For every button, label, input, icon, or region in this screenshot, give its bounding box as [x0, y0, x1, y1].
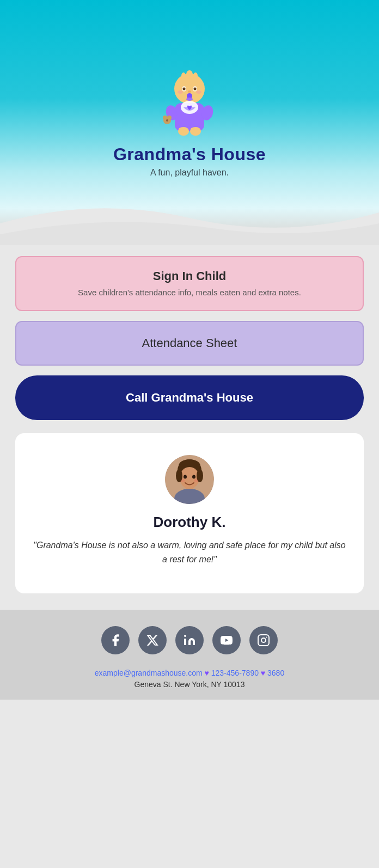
- youtube-icon[interactable]: [212, 626, 241, 654]
- sign-in-button[interactable]: Sign In Child Save children's attendance…: [15, 256, 364, 311]
- linkedin-icon[interactable]: [175, 626, 204, 654]
- call-label: Call Grandma's House: [26, 391, 353, 405]
- svg-point-40: [184, 635, 186, 637]
- svg-point-31: [180, 467, 199, 489]
- svg-point-32: [184, 475, 187, 479]
- hero-title: Grandma's House: [113, 144, 266, 165]
- svg-point-43: [261, 638, 266, 642]
- svg-rect-42: [258, 635, 269, 646]
- svg-point-2: [181, 72, 186, 79]
- svg-point-18: [163, 116, 167, 120]
- footer-email[interactable]: example@grandmashouse.com: [95, 669, 203, 677]
- twitter-x-icon[interactable]: [138, 626, 167, 654]
- attendance-button[interactable]: Attendance Sheet: [15, 321, 364, 366]
- footer: example@grandmashouse.com ♥ 123-456-7890…: [0, 610, 379, 700]
- testimonial-name: Dorothy K.: [32, 514, 347, 531]
- svg-point-25: [179, 130, 181, 132]
- sign-in-desc: Save children's attendance info, meals e…: [27, 287, 352, 298]
- testimonial-avatar: [165, 455, 214, 504]
- footer-zip: 3680: [267, 669, 284, 677]
- svg-point-8: [178, 90, 183, 94]
- testimonial-card: Dorothy K. "Grandma's House is not also …: [15, 433, 364, 593]
- svg-point-44: [266, 637, 267, 638]
- svg-point-38: [176, 469, 182, 482]
- svg-point-19: [167, 116, 172, 120]
- svg-point-3: [193, 72, 198, 79]
- call-button[interactable]: Call Grandma's House: [15, 375, 364, 420]
- attendance-label: Attendance Sheet: [27, 336, 352, 350]
- svg-point-39: [197, 469, 203, 482]
- svg-point-10: [188, 90, 191, 93]
- hero-section: Grandma's House A fun, playful haven.: [0, 0, 379, 245]
- svg-point-1: [186, 70, 193, 79]
- svg-point-27: [191, 130, 193, 132]
- svg-point-6: [183, 87, 186, 90]
- social-icons: [11, 626, 368, 654]
- svg-point-7: [194, 87, 197, 90]
- facebook-icon[interactable]: [101, 626, 130, 654]
- testimonial-quote: "Grandma's House is not also a warm, lov…: [32, 538, 347, 566]
- heart-separator-2: ♥: [261, 669, 267, 677]
- main-content: Sign In Child Save children's attendance…: [0, 245, 379, 593]
- hero-wave: [0, 191, 379, 245]
- footer-address: Geneva St. New York, NY 10013: [11, 680, 368, 689]
- footer-phone: 123-456-7890: [211, 669, 259, 677]
- svg-point-26: [191, 128, 194, 130]
- svg-point-20: [166, 119, 168, 122]
- footer-contact: example@grandmashouse.com ♥ 123-456-7890…: [11, 666, 368, 680]
- svg-point-33: [192, 475, 195, 479]
- svg-point-9: [196, 90, 201, 94]
- hero-subtitle: A fun, playful haven.: [150, 168, 229, 178]
- heart-separator-1: ♥: [205, 669, 211, 677]
- sign-in-title: Sign In Child: [27, 269, 352, 283]
- svg-point-13: [186, 98, 193, 101]
- instagram-icon[interactable]: [249, 626, 278, 654]
- svg-point-24: [179, 128, 182, 130]
- mascot-image: [160, 68, 219, 139]
